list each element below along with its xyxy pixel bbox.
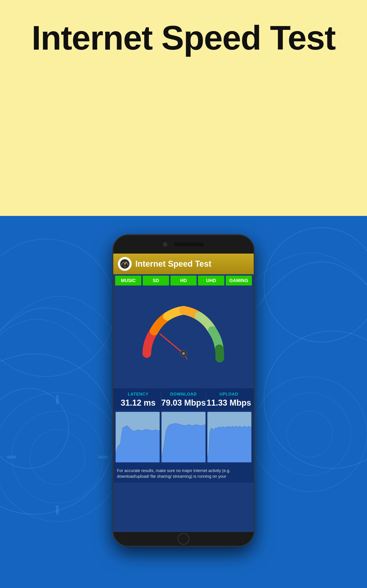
footer-text: For accurate results, make sure no major… [117,468,250,479]
svg-point-17 [182,352,185,355]
phone-top-bar [113,235,254,254]
svg-marker-21 [161,423,206,462]
upload-label: UPLOAD [206,392,251,397]
svg-point-1 [11,411,103,503]
svg-text:Mbps: Mbps [123,266,126,267]
latency-chart [116,412,160,462]
footer-text-area: For accurate results, make sure no major… [113,465,254,483]
page-title: Internet Speed Test [32,18,335,57]
phone-camera [163,242,167,246]
svg-line-14 [160,334,184,354]
svg-marker-23 [207,426,251,462]
top-banner: Internet Speed Test [0,0,367,216]
svg-point-4 [268,393,351,476]
app-title-text: Internet Speed Test [135,259,211,269]
download-value: 79.03 Mbps [161,398,206,408]
bottom-section: Mbps Internet Speed Test MUSIC SD HD UHD… [0,216,367,588]
phone-screen: Mbps Internet Speed Test MUSIC SD HD UHD… [113,254,254,532]
charts-row [113,409,254,465]
svg-point-5 [287,411,333,457]
home-button[interactable] [178,533,189,545]
download-chart [161,412,206,462]
stat-latency: LATENCY 31.12 ms [116,392,161,408]
svg-point-12 [124,263,125,265]
speedometer-svg [126,294,241,381]
download-label: DOWNLOAD [161,392,206,397]
tab-music[interactable]: MUSIC [115,276,141,285]
latency-value: 31.12 ms [116,398,161,408]
tab-gaming[interactable]: GAMING [226,276,252,285]
tab-uhd[interactable]: UHD [198,276,224,285]
tab-sd[interactable]: SD [143,276,169,285]
stat-download: DOWNLOAD 79.03 Mbps [161,392,206,408]
svg-marker-19 [116,426,160,462]
stats-row: LATENCY 31.12 ms DOWNLOAD 79.03 Mbps UPL… [113,388,254,409]
upload-chart [207,412,251,462]
svg-point-3 [252,377,367,492]
phone-bottom-bar [113,532,254,546]
speedometer-area [113,287,254,388]
category-tabs[interactable]: MUSIC SD HD UHD GAMING [113,274,254,287]
stat-upload: UPLOAD 11.33 Mbps [206,392,251,408]
speedometer-icon: Mbps [120,259,130,269]
upload-value: 11.33 Mbps [206,398,251,408]
phone-device: Mbps Internet Speed Test MUSIC SD HD UHD… [112,234,255,547]
latency-label: LATENCY [116,392,161,397]
app-header: Mbps Internet Speed Test [113,254,254,274]
svg-point-2 [30,430,85,485]
tab-hd[interactable]: HD [170,276,197,285]
app-icon: Mbps [118,257,132,271]
phone-speaker [174,242,204,246]
